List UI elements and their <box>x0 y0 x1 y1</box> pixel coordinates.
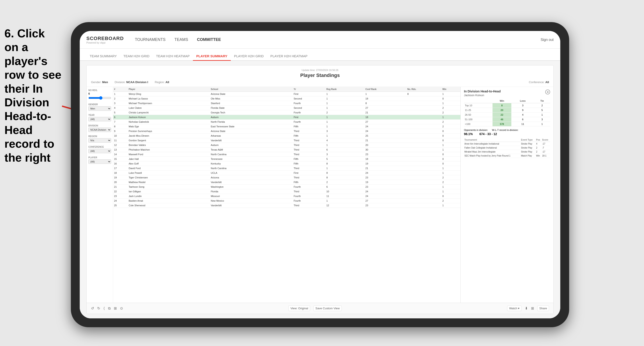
table-row[interactable]: 22 Ian Gilligan Florida Third 10 24 1 <box>113 189 460 194</box>
nav-tournaments[interactable]: TOURNAMENTS <box>135 36 166 43</box>
player-filter-select[interactable]: (All) <box>88 160 111 164</box>
copy-icon[interactable]: ⧉ <box>108 306 110 310</box>
event-row: SEC Match Play hosted by Jerry Pate Roun… <box>464 154 550 158</box>
cell-player: Gordon Sargent <box>128 138 210 143</box>
table-row[interactable]: 23 Jack Lundin Missouri Fourth 11 24 0 <box>113 194 460 198</box>
h2h-header-row: Win Loss Tie <box>464 99 550 103</box>
cell-rank: 18 <box>113 171 128 175</box>
conference-filter-select[interactable]: (All) <box>88 149 111 153</box>
year-filter-select[interactable]: (All) <box>88 117 111 121</box>
cell-rank: 3 <box>113 101 128 106</box>
redo-icon[interactable]: ↻ <box>97 306 100 310</box>
download-icon[interactable]: ⬇ <box>525 306 528 310</box>
sign-out-button[interactable]: Sign out <box>540 38 554 42</box>
dashboard-header: Update time: 27/03/2024 16:56:26 Player … <box>86 65 554 87</box>
table-row[interactable]: 25 Cole Sherwood Vanderbilt Third 12 23 … <box>113 203 460 208</box>
table-row[interactable]: 6 Jackson Koivun Auburn First 1 18 1 <box>113 115 460 120</box>
cell-player: David Ford <box>128 166 210 171</box>
sub-nav-team-summary[interactable]: TEAM SUMMARY <box>86 52 120 61</box>
cell-win: 0 <box>441 96 460 101</box>
table-row[interactable]: 19 Tiger Christensen Arizona Third 8 23 … <box>113 175 460 180</box>
cell-year: Fourth <box>293 194 326 198</box>
table-row[interactable]: 18 Luke Powell UCLA First 8 24 1 <box>113 171 460 175</box>
sub-nav-team-h2h-heatmap[interactable]: TEAM H2H HEATMAP <box>153 52 193 61</box>
table-row[interactable]: 11 Gordon Sargent Vanderbilt Third 4 21 … <box>113 138 460 143</box>
cell-year: Fourth <box>293 120 326 124</box>
cell-conf-rank: 8 <box>364 101 406 106</box>
cell-reg-rank: 2 <box>326 110 364 115</box>
cell-win: 0 <box>441 152 460 157</box>
table-row[interactable]: 12 Brendan Valdes Auburn Third 1 20 1 <box>113 143 460 148</box>
filter-region: Region: All <box>155 80 169 84</box>
col-year: Yr <box>293 87 326 92</box>
share-button[interactable]: Share <box>537 306 549 311</box>
table-row[interactable]: 7 Nicholas Gabrelcik North Florida Fourt… <box>113 120 460 124</box>
cell-school: North Florida <box>210 120 293 124</box>
h2h-loss: 3 <box>511 103 534 108</box>
table-row[interactable]: 10 Jacob Mou-Dineen Arkansas Fifth 1 25 … <box>113 134 460 138</box>
h2h-win: 22 <box>492 113 511 117</box>
cell-rank: 24 <box>113 198 128 203</box>
gender-filter-select[interactable]: Men <box>88 106 111 111</box>
cell-win: 2 <box>441 198 460 203</box>
cell-year: Third <box>293 138 326 143</box>
nav-committee[interactable]: COMMITTEE <box>197 36 221 43</box>
division-filter-select[interactable]: NCAA Division I <box>88 128 111 132</box>
cell-win: 0 <box>441 162 460 166</box>
cell-school: North Carolina <box>210 152 293 157</box>
table-row[interactable]: 20 Matthew Riedel Vanderbilt Fifth 2 19 … <box>113 180 460 184</box>
paste-icon[interactable]: ⊞ <box>114 306 117 310</box>
table-row[interactable]: 21 Taehoon Song Washington Fourth 6 23 1 <box>113 184 460 189</box>
nav-teams[interactable]: TEAMS <box>174 36 188 43</box>
cell-rank: 8 <box>113 124 128 129</box>
sub-nav-player-h2h-heatmap[interactable]: PLAYER H2H HEATMAP <box>267 52 311 61</box>
cell-year: Fifth <box>293 124 326 129</box>
table-row[interactable]: 5 Christo Lamprecht Georgia Tech Fourth … <box>113 110 460 115</box>
table-row[interactable]: 1 Wenyi Ding Arizona State First 1 1 8 1 <box>113 92 460 96</box>
h2h-close-button[interactable]: ✕ <box>545 90 550 94</box>
table-row[interactable]: 14 Maxwell Ford North Carolina Third 3 2… <box>113 152 460 157</box>
filter-division: Division: NCAA Division I <box>115 80 148 84</box>
cell-year: Fourth <box>293 198 326 203</box>
cell-year: Fifth <box>293 157 326 162</box>
cell-reg-rank: 1 <box>326 134 364 138</box>
region-filter-select[interactable]: N/a <box>88 138 111 143</box>
watch-button[interactable]: Watch ▾ <box>507 306 522 311</box>
table-header-row: # Player School Yr Reg Rank Conf Rank No… <box>113 87 460 92</box>
grid-icon[interactable]: ⊞ <box>531 306 534 310</box>
table-row[interactable]: 13 Phichaksn Maichon Texas A&M Third 6 3… <box>113 148 460 152</box>
cell-conf-rank: 27 <box>364 106 406 110</box>
camera-icon[interactable]: ⊙ <box>120 306 123 310</box>
cell-win: 1 <box>441 171 460 175</box>
table-row[interactable]: 16 Alex Goff Kentucky Fifth 8 19 0 <box>113 162 460 166</box>
table-row[interactable]: 24 Bastien Amat New Mexico Fourth 1 27 2 <box>113 198 460 203</box>
table-row[interactable]: 3 Michael Thorbjornsen Stanford Fourth 1… <box>113 101 460 106</box>
cell-rank: 16 <box>113 162 128 166</box>
event-row: Mirabel Maui Jim Intercollegiate Stroke … <box>464 150 550 154</box>
cell-conf-rank: 27 <box>364 198 406 203</box>
step-back-icon[interactable]: ⟨ <box>104 306 105 310</box>
cell-reg-rank: 1 <box>326 166 364 171</box>
cell-year: Third <box>293 152 326 157</box>
table-row[interactable]: 4 Luke Claton Florida State Second 1 27 … <box>113 106 460 110</box>
table-row[interactable]: 9 Preston Summerhays Arizona State Third… <box>113 129 460 134</box>
table-row[interactable]: 8 Mats Ege East Tennessee State Fifth 1 … <box>113 124 460 129</box>
cell-player: Luke Powell <box>128 171 210 175</box>
sub-nav-player-h2h-grid[interactable]: PLAYER H2H GRID <box>231 52 267 61</box>
cell-reg-rank: 1 <box>326 143 364 148</box>
instruction-text: 6. Click on a player's row to see their … <box>0 22 66 169</box>
sub-nav-player-summary[interactable]: PLAYER SUMMARY <box>193 52 231 61</box>
cell-reg-rank: 1 <box>326 92 364 96</box>
cell-no-rds <box>406 110 441 115</box>
cell-rank: 5 <box>113 110 128 115</box>
sub-nav-team-h2h-grid[interactable]: TEAM H2H GRID <box>120 52 153 61</box>
table-row[interactable]: 15 Jake Hall Tennessee Fifth 5 18 0 <box>113 157 460 162</box>
h2h-stats: 98.1% 674 - 33 - 12 <box>464 132 550 136</box>
no-rds-slider[interactable] <box>88 96 111 100</box>
table-row[interactable]: 17 David Ford North Carolina Third 1 21 … <box>113 166 460 171</box>
view-original-button[interactable]: View: Original <box>288 306 310 311</box>
h2h-panel-header: In Division Head-to-Head Jackson Koivun … <box>464 90 550 97</box>
undo-icon[interactable]: ↺ <box>91 306 94 310</box>
table-row[interactable]: 2 Michael La Sasso Ole Miss Second 1 18 … <box>113 96 460 101</box>
save-custom-view-button[interactable]: Save Custom View <box>313 306 342 311</box>
